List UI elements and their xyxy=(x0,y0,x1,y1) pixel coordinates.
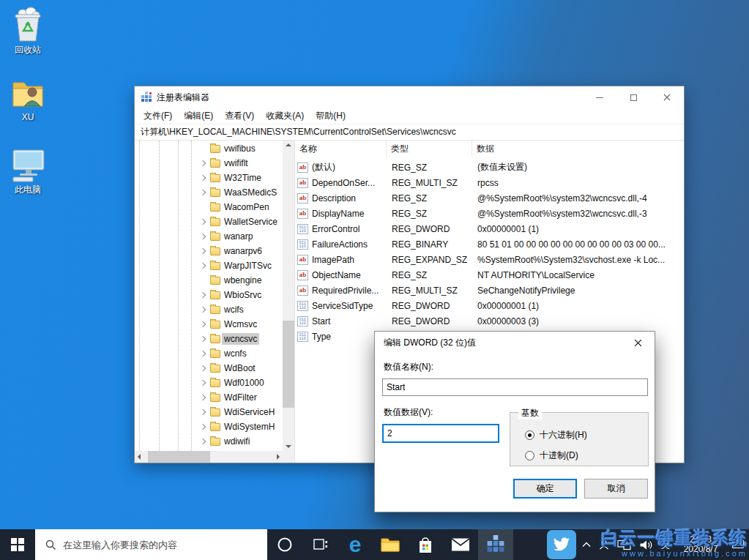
microsoft-store-button[interactable] xyxy=(408,529,443,560)
tray-expand-button[interactable] xyxy=(582,542,591,548)
folder-icon xyxy=(210,218,220,226)
scrollbar-thumb[interactable] xyxy=(148,451,210,463)
minimize-button[interactable] xyxy=(583,86,616,108)
expander-chevron-icon[interactable] xyxy=(198,290,208,300)
maximize-icon xyxy=(630,94,637,101)
registry-value-row[interactable]: DependOnSer...REG_MULTI_SZrpcss xyxy=(295,175,684,190)
tree-item-WalletService[interactable]: WalletService xyxy=(135,214,283,229)
tree-item-wbengine[interactable]: wbengine xyxy=(135,273,283,288)
tree-item-WdBoot[interactable]: WdBoot xyxy=(135,361,283,376)
registry-value-row[interactable]: DescriptionREG_SZ@%SystemRoot%\system32\… xyxy=(295,190,684,206)
mail-button[interactable] xyxy=(443,529,478,560)
expander-chevron-icon[interactable] xyxy=(198,261,208,271)
task-view-button[interactable] xyxy=(302,529,338,560)
expander-chevron-icon[interactable] xyxy=(198,305,208,315)
column-header[interactable]: 类型 xyxy=(387,141,472,157)
tree-item-wcnfs[interactable]: wcnfs xyxy=(135,346,283,361)
menu-item[interactable]: 收藏夹(A) xyxy=(260,110,310,122)
registry-value-row[interactable]: ErrorControlREG_DWORD0x00000001 (1) xyxy=(295,221,684,236)
tray-volume-button[interactable] xyxy=(639,540,652,550)
expander-chevron-icon[interactable] xyxy=(198,217,208,227)
close-button[interactable] xyxy=(650,86,684,108)
tree-item-label: wcncsvc xyxy=(222,333,259,345)
tree-item-Wcmsvc[interactable]: Wcmsvc xyxy=(135,317,283,332)
tree-item-vwififlt[interactable]: vwififlt xyxy=(135,156,283,171)
expander-chevron-icon[interactable] xyxy=(198,363,208,373)
tree-item-W32Time[interactable]: W32Time xyxy=(135,171,283,185)
expander-chevron-icon[interactable] xyxy=(198,158,208,168)
tree-item-wdiwifi[interactable]: wdiwifi xyxy=(135,434,283,449)
twitter-button[interactable] xyxy=(547,530,576,559)
expander-chevron-icon[interactable] xyxy=(198,187,208,198)
tree-vertical-scrollbar[interactable] xyxy=(283,141,294,451)
registry-value-row[interactable]: RequiredPrivile...REG_MULTI_SZSeChangeNo… xyxy=(295,283,684,298)
desktop-icon-user-folder[interactable]: XU xyxy=(0,76,56,122)
tree-item-WdiSystemH[interactable]: WdiSystemH xyxy=(135,419,283,434)
dialog-title-bar[interactable]: 编辑 DWORD (32 位)值 xyxy=(375,332,655,354)
title-bar[interactable]: 注册表编辑器 xyxy=(135,86,684,108)
tree-item-WaaSMedicS[interactable]: WaaSMedicS xyxy=(135,185,283,200)
tree-item-WdFilter[interactable]: WdFilter xyxy=(135,390,283,405)
expander-chevron-icon[interactable] xyxy=(198,378,208,388)
decimal-radio[interactable]: 十进制(D) xyxy=(525,449,578,462)
cancel-button[interactable]: 取消 xyxy=(584,479,648,499)
ime-indicator[interactable]: 英 xyxy=(660,538,670,551)
taskbar-search-box[interactable] xyxy=(35,529,267,560)
expander-chevron-icon[interactable] xyxy=(198,407,208,417)
maximize-button[interactable] xyxy=(616,86,650,108)
menu-item[interactable]: 编辑(E) xyxy=(178,110,219,122)
tree-item-WarpJITSvc[interactable]: WarpJITSvc xyxy=(135,258,283,273)
tree-item-WacomPen[interactable]: WacomPen xyxy=(135,200,283,214)
tree-item-WbioSrvc[interactable]: WbioSrvc xyxy=(135,288,283,302)
registry-value-row[interactable]: ImagePathREG_EXPAND_SZ%SystemRoot%\Syste… xyxy=(295,252,684,267)
value-name: FailureActions xyxy=(312,239,368,250)
cortana-button[interactable] xyxy=(267,529,302,560)
menu-item[interactable]: 帮助(H) xyxy=(310,110,351,122)
registry-value-row[interactable]: ObjectNameREG_SZNT AUTHORITY\LocalServic… xyxy=(295,267,684,283)
regedit-taskbar-button[interactable] xyxy=(478,529,513,560)
expander-chevron-icon[interactable] xyxy=(198,246,208,256)
tree-item-wanarpv6[interactable]: wanarpv6 xyxy=(135,244,283,258)
column-header[interactable]: 名称 xyxy=(295,141,387,157)
tray-clock[interactable]: 21:23 2020/8/7 xyxy=(678,535,723,554)
scrollbar-thumb[interactable] xyxy=(283,321,294,408)
desktop-icon-recycle-bin[interactable]: 回收站 xyxy=(0,6,56,55)
value-name-input[interactable] xyxy=(382,378,648,396)
expander-chevron-icon[interactable] xyxy=(198,334,208,344)
registry-value-row[interactable]: ServiceSidTypeREG_DWORD0x00000001 (1) xyxy=(295,298,684,313)
expander-chevron-icon[interactable] xyxy=(198,231,208,242)
tree-item-Wdf01000[interactable]: Wdf01000 xyxy=(135,376,283,390)
file-explorer-button[interactable] xyxy=(373,529,408,560)
registry-value-row[interactable]: StartREG_DWORD0x00000003 (3) xyxy=(295,313,684,329)
expander-chevron-icon[interactable] xyxy=(198,392,208,403)
tray-display-button[interactable] xyxy=(617,540,631,550)
tree-item-vwifibus[interactable]: vwifibus xyxy=(135,141,283,156)
registry-value-row[interactable]: DisplayNameREG_SZ@%SystemRoot%\system32\… xyxy=(295,206,684,221)
hexadecimal-radio[interactable]: 十六进制(H) xyxy=(525,429,587,441)
expander-chevron-icon[interactable] xyxy=(198,436,208,447)
tree-horizontal-scrollbar[interactable] xyxy=(135,451,283,463)
expander-chevron-icon[interactable] xyxy=(198,422,208,432)
menu-item[interactable]: 文件(F) xyxy=(138,110,178,122)
expander-chevron-icon[interactable] xyxy=(198,173,208,183)
action-center-button[interactable] xyxy=(731,539,745,550)
tree-item-wanarp[interactable]: wanarp xyxy=(135,229,283,244)
ok-button[interactable]: 确定 xyxy=(513,479,577,499)
search-input[interactable] xyxy=(63,540,253,550)
registry-value-row[interactable]: (默认)REG_SZ(数值未设置) xyxy=(295,160,684,175)
dialog-close-button[interactable] xyxy=(621,332,655,354)
edge-button[interactable] xyxy=(338,529,373,560)
tree-item-WdiServiceH[interactable]: WdiServiceH xyxy=(135,405,283,419)
tree-item-wcncsvc[interactable]: wcncsvc xyxy=(135,332,283,346)
address-bar[interactable]: 计算机\HKEY_LOCAL_MACHINE\SYSTEM\CurrentCon… xyxy=(135,124,684,141)
registry-value-row[interactable]: FailureActionsREG_BINARY80 51 01 00 00 0… xyxy=(295,236,684,252)
expander-chevron-icon[interactable] xyxy=(198,319,208,329)
column-header[interactable]: 数据 xyxy=(472,141,684,157)
desktop-icon-this-pc[interactable]: 此电脑 xyxy=(0,147,56,195)
expander-chevron-icon[interactable] xyxy=(198,348,208,359)
start-button[interactable] xyxy=(0,529,35,560)
value-data-input[interactable] xyxy=(382,424,499,443)
tray-people-button[interactable] xyxy=(599,540,609,550)
menu-item[interactable]: 查看(V) xyxy=(219,110,260,122)
tree-item-wcifs[interactable]: wcifs xyxy=(135,302,283,317)
